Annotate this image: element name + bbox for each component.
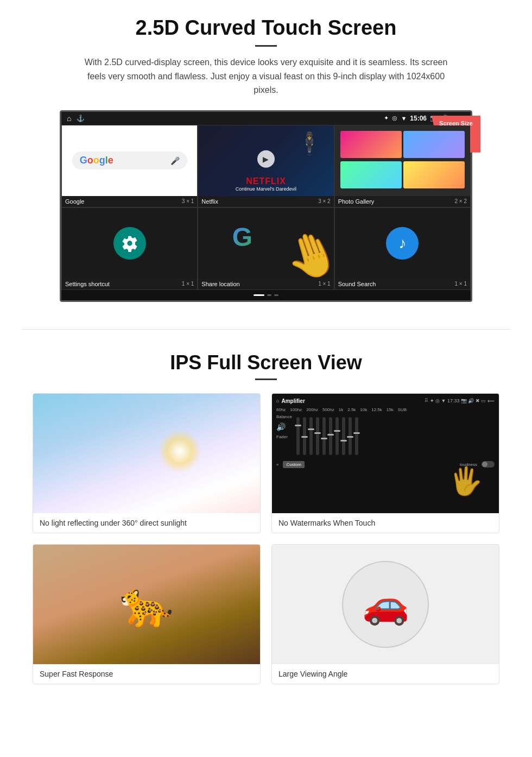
car-image: 🚗 <box>272 545 499 664</box>
amp-header: ⌂ Amplifier ⠿ ✦ ◎ ▼ 17:33 📷 🔊 ✖ ▭ ⟵ <box>276 398 495 404</box>
app-grid-row1: Google 🎤 Google 3 × 1 � <box>61 125 471 207</box>
gear-icon <box>121 235 138 252</box>
amp-title: Amplifier <box>281 398 305 404</box>
amp-icons: ⠿ ✦ ◎ ▼ 17:33 📷 🔊 ✖ ▭ ⟵ <box>425 398 495 403</box>
gallery-grid <box>335 125 470 196</box>
page: 2.5D Curved Touch Screen With 2.5D curve… <box>0 0 532 701</box>
car-caption: Large Viewing Angle <box>272 664 499 684</box>
gallery-img-3 <box>340 161 402 188</box>
pagination <box>61 290 471 300</box>
gallery-app-name: Photo Gallery <box>338 198 375 205</box>
cheetah-caption: Super Fast Response <box>33 664 260 684</box>
netflix-subtitle: Continue Marvel's Daredevil <box>202 186 329 192</box>
eq-bar-7[interactable] <box>335 417 339 455</box>
section1-title: 2.5D Curved Touch Screen <box>33 16 499 40</box>
eq-bar-3[interactable] <box>309 417 313 455</box>
sound-grid-size: 1 × 1 <box>454 281 467 287</box>
daredevil-figure: 🕴 <box>296 131 323 156</box>
amplifier-caption: No Watermarks When Touch <box>272 513 499 533</box>
feature-card-sunlight: No light reflecting under 360° direct su… <box>33 393 261 533</box>
cheetah-emoji: 🐆 <box>119 579 174 630</box>
hand-touch-icon: 🖐 <box>449 465 483 497</box>
feature-card-cheetah: 🐆 Super Fast Response <box>33 544 261 684</box>
netflix-app-name: Netflix <box>201 198 218 205</box>
play-button[interactable]: ▶ <box>257 150 275 168</box>
share-thumbnail: G 🤚 <box>198 208 333 279</box>
eq-bar-10[interactable] <box>355 417 358 455</box>
location-icon: ◎ <box>392 115 397 122</box>
sunlight-caption: No light reflecting under 360° direct su… <box>33 513 260 533</box>
app-cell-google[interactable]: Google 🎤 Google 3 × 1 <box>61 125 198 207</box>
gallery-img-4 <box>403 161 465 188</box>
amp-freq-labels: 60hz100hz200hz500hz1k2.5k10k12.5k15kSUB <box>276 407 495 412</box>
device-screen: ⌂ ⚓ ✦ ◎ ▼ 15:06 📷 🔊 ✖ ▭ <box>60 110 472 302</box>
share-app-name: Share location <box>201 281 239 287</box>
car-circle: 🚗 <box>342 561 429 648</box>
gallery-grid-size: 2 × 2 <box>454 198 467 205</box>
pagination-dot-1[interactable] <box>254 294 264 296</box>
app-cell-gallery[interactable]: Photo Gallery 2 × 2 <box>334 125 471 207</box>
app-cell-sound[interactable]: ♪ Sound Search 1 × 1 <box>334 207 471 290</box>
netflix-grid-size: 3 × 2 <box>318 198 331 205</box>
eq-bar-2[interactable] <box>303 417 306 455</box>
app-grid-row2: Settings shortcut 1 × 1 G 🤚 Share locati… <box>61 207 471 290</box>
settings-label: Settings shortcut 1 × 1 <box>62 279 197 289</box>
google-search-bar[interactable]: Google 🎤 <box>72 152 187 169</box>
pagination-dot-2[interactable] <box>267 294 271 296</box>
car-top-view-icon: 🚗 <box>362 582 409 627</box>
settings-thumbnail <box>62 208 197 279</box>
gallery-thumbnail <box>335 125 470 196</box>
netflix-thumbnail: 🕴 ▶ NETFLIX Continue Marvel's Daredevil <box>198 125 333 196</box>
title-divider <box>255 45 277 47</box>
maps-icon: G <box>232 222 252 252</box>
music-icon-wrap: ♪ <box>386 227 419 260</box>
settings-icon-wrap <box>113 227 146 260</box>
section2-divider <box>255 379 277 380</box>
eq-bar-4[interactable] <box>316 417 319 455</box>
section-divider <box>22 329 510 330</box>
netflix-overlay: NETFLIX Continue Marvel's Daredevil <box>198 172 333 196</box>
usb-icon: ⚓ <box>77 115 85 122</box>
app-cell-settings[interactable]: Settings shortcut 1 × 1 <box>61 207 198 290</box>
google-grid-size: 3 × 1 <box>182 198 194 205</box>
sun-glow <box>158 430 201 473</box>
eq-bar-8[interactable] <box>342 417 345 455</box>
music-note-icon: ♪ <box>398 235 406 252</box>
google-label: Google 3 × 1 <box>62 196 197 207</box>
gallery-img-1 <box>340 131 402 158</box>
amplifier-image: ⌂ Amplifier ⠿ ✦ ◎ ▼ 17:33 📷 🔊 ✖ ▭ ⟵ 60hz… <box>272 394 499 513</box>
sound-label: Sound Search 1 × 1 <box>335 279 470 289</box>
sound-thumbnail: ♪ <box>335 208 470 279</box>
gallery-label: Photo Gallery 2 × 2 <box>335 196 470 207</box>
pagination-dot-3[interactable] <box>274 294 278 296</box>
status-bar: ⌂ ⚓ ✦ ◎ ▼ 15:06 📷 🔊 ✖ ▭ <box>61 112 471 125</box>
amp-equalizer <box>294 414 360 458</box>
eq-bar-6[interactable] <box>329 417 332 455</box>
hand-pointing-icon: 🤚 <box>278 223 334 279</box>
google-logo: Google <box>80 155 113 166</box>
eq-bar-1[interactable] <box>296 417 300 455</box>
wifi-icon: ▼ <box>401 115 407 122</box>
share-grid-size: 1 × 1 <box>318 281 331 287</box>
eq-bar-9[interactable] <box>349 417 352 455</box>
home-icon: ⌂ <box>67 114 71 123</box>
google-thumbnail: Google 🎤 <box>62 125 197 196</box>
amp-home-icon: ⌂ <box>276 398 279 403</box>
google-mic-icon[interactable]: 🎤 <box>170 156 180 165</box>
app-cell-share[interactable]: G 🤚 Share location 1 × 1 <box>198 207 334 290</box>
feature-card-amplifier: ⌂ Amplifier ⠿ ✦ ◎ ▼ 17:33 📷 🔊 ✖ ▭ ⟵ 60hz… <box>271 393 499 533</box>
section-curved-screen: 2.5D Curved Touch Screen With 2.5D curve… <box>0 0 532 313</box>
netflix-label: Netflix 3 × 2 <box>198 196 333 207</box>
netflix-logo: NETFLIX <box>202 176 329 186</box>
eq-bar-5[interactable] <box>322 417 326 455</box>
settings-app-name: Settings shortcut <box>65 281 110 287</box>
amp-balance-fader: Balance 🔊 Fader <box>276 414 495 458</box>
google-app-name: Google <box>65 198 84 205</box>
section-ips: IPS Full Screen View No light reflecting… <box>0 346 532 701</box>
app-cell-netflix[interactable]: 🕴 ▶ NETFLIX Continue Marvel's Daredevil … <box>198 125 334 207</box>
cheetah-image: 🐆 <box>33 545 260 664</box>
gallery-img-2 <box>403 131 465 158</box>
bluetooth-icon: ✦ <box>384 115 389 122</box>
settings-grid-size: 1 × 1 <box>182 281 194 287</box>
sound-app-name: Sound Search <box>338 281 376 287</box>
